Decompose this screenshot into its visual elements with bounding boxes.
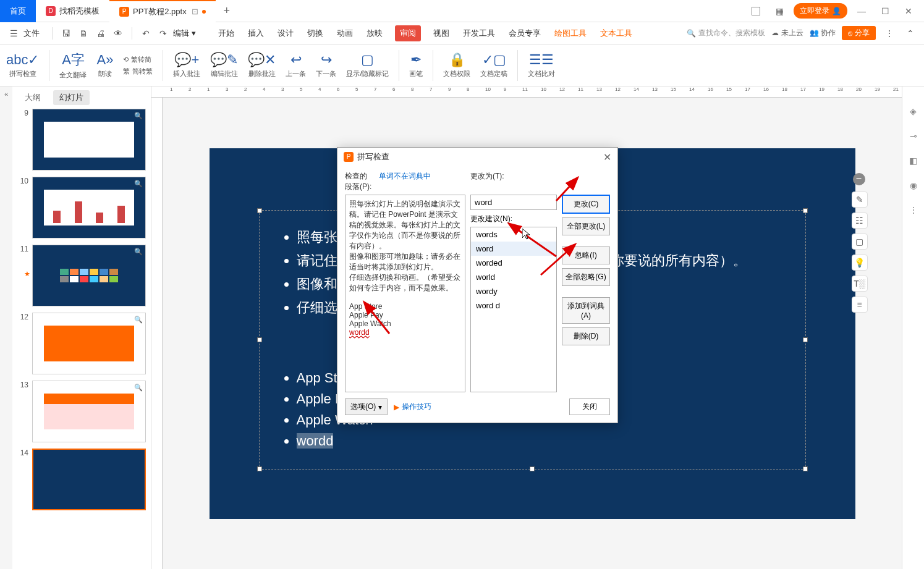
tab-vip[interactable]: 会员专享 <box>507 25 542 41</box>
tab-text[interactable]: 文本工具 <box>599 25 634 41</box>
resize-handle[interactable] <box>257 337 262 342</box>
collapse-ribbon-icon[interactable]: ⌃ <box>903 26 918 41</box>
suggestion-item[interactable]: worded <box>471 256 556 270</box>
compare-button[interactable]: ☰☰ 文档比对 <box>528 52 555 78</box>
file-tab[interactable]: P PPT教程2.pptx ⊡ <box>109 0 216 22</box>
format-tool-icon[interactable]: ☷ <box>852 213 868 229</box>
tab-options-icon[interactable]: ⊡ <box>192 7 198 16</box>
template-icon[interactable]: ◧ <box>907 154 920 167</box>
close-window-button[interactable]: ✕ <box>899 2 918 20</box>
tab-slideshow[interactable]: 放映 <box>365 25 384 41</box>
align-tool-icon[interactable]: ≡ <box>852 297 868 313</box>
print-icon[interactable]: 🖨 <box>93 26 108 41</box>
close-dialog-button[interactable]: 关闭 <box>569 398 610 415</box>
prev-comment-button[interactable]: ↩ 上一条 <box>286 52 306 78</box>
preview-icon[interactable]: 👁 <box>111 26 125 41</box>
trad-to-simp-button[interactable]: ⟲繁转简 <box>123 55 153 64</box>
ignore-all-button[interactable]: 全部忽略(G) <box>562 268 610 286</box>
dialog-titlebar[interactable]: P 拼写检查 ✕ <box>337 148 617 166</box>
edit-tool-icon[interactable]: ✎ <box>852 192 868 208</box>
translate-button[interactable]: A字 全文翻译 <box>59 51 87 80</box>
zoom-icon[interactable]: 🔍 <box>134 180 143 188</box>
pen-button[interactable]: ✒ 画笔 <box>409 52 423 78</box>
edit-comment-button[interactable]: 💬✎ 编辑批注 <box>210 52 238 78</box>
saveas-icon[interactable]: 🗎 <box>76 26 91 41</box>
resize-handle[interactable] <box>803 208 808 213</box>
login-button[interactable]: 立即登录 👤 <box>794 3 847 19</box>
redo-icon[interactable]: ↷ <box>156 26 171 41</box>
search-box[interactable]: 🔍 查找命令、搜索模板 <box>687 28 765 38</box>
maximize-button[interactable]: ☐ <box>876 2 894 20</box>
apps-icon[interactable]: ▦ <box>770 2 789 20</box>
resize-handle[interactable] <box>803 466 808 471</box>
change-button[interactable]: 更改(C) <box>562 195 610 214</box>
new-tab-button[interactable]: + <box>216 4 238 17</box>
simp-to-trad-button[interactable]: 繁简转繁 <box>123 67 153 76</box>
template-tab[interactable]: D 找稻壳模板 <box>36 0 109 22</box>
suggestion-item[interactable]: words <box>471 227 556 242</box>
cloud-status[interactable]: ☁ 未上云 <box>771 28 803 38</box>
tab-dev[interactable]: 开发工具 <box>462 25 496 41</box>
slide-thumbnail[interactable]: ★🔍 <box>32 245 146 306</box>
slide-thumbnail[interactable]: 🔍 <box>32 313 146 374</box>
suggestion-item[interactable]: wordy <box>471 284 556 298</box>
tab-insert[interactable]: 插入 <box>247 25 265 41</box>
undo-icon[interactable]: ↶ <box>138 26 153 41</box>
delete-comment-button[interactable]: 💬✕ 删除批注 <box>248 52 276 78</box>
save-icon[interactable]: 🖫 <box>59 26 74 41</box>
layout-tool-icon[interactable]: ▢ <box>852 234 868 250</box>
help-icon[interactable]: ◉ <box>907 179 920 192</box>
settings-icon[interactable]: ⊸ <box>907 130 920 142</box>
share-button[interactable]: ⎋分享 <box>842 26 876 40</box>
change-all-button[interactable]: 全部更改(L) <box>562 217 610 235</box>
collapse-panel-button[interactable]: « <box>0 86 12 569</box>
slides-tab[interactable]: 幻灯片 <box>53 90 90 105</box>
slide-thumbnail[interactable]: 🔍 <box>32 177 146 238</box>
next-comment-button[interactable]: ↪ 下一条 <box>316 52 336 78</box>
change-to-input[interactable] <box>470 195 557 210</box>
add-to-dict-button[interactable]: 添加到词典(A) <box>562 297 610 324</box>
minimize-button[interactable]: — <box>852 2 871 20</box>
horizontal-ruler[interactable]: 1213243546576879810911101211131214131514… <box>151 86 902 98</box>
delete-button[interactable]: 删除(D) <box>562 327 610 345</box>
more-icon[interactable]: ⋮ <box>907 204 920 216</box>
tips-link[interactable]: ▶操作技巧 <box>394 402 431 412</box>
hamburger-icon[interactable]: ☰ <box>6 26 21 41</box>
options-button[interactable]: 选项(O) ▾ <box>345 398 388 415</box>
permission-button[interactable]: 🔒 文档权限 <box>443 52 470 78</box>
spellcheck-button[interactable]: abc✓ 拼写检查 <box>6 52 39 78</box>
resize-handle[interactable] <box>530 466 535 471</box>
zoom-icon[interactable]: 🔍 <box>134 248 143 256</box>
suggestions-list[interactable]: words word worded world wordy word d <box>470 227 557 392</box>
slide-thumbnail-selected[interactable] <box>32 449 146 510</box>
text-tool-icon[interactable]: T░ <box>852 276 868 292</box>
ignore-button[interactable]: 忽略(I) <box>562 247 610 264</box>
tab-view[interactable]: 视图 <box>432 25 451 41</box>
tab-design[interactable]: 设计 <box>276 25 295 41</box>
suggestion-item[interactable]: word d <box>471 298 556 313</box>
suggestion-item[interactable]: world <box>471 270 556 284</box>
tab-animation[interactable]: 动画 <box>336 25 354 41</box>
read-button[interactable]: A» 朗读 <box>96 52 113 78</box>
outline-tab[interactable]: 大纲 <box>19 90 47 105</box>
thumbnail-list[interactable]: 9🔍 10🔍 11★🔍 12🔍 13🔍 14 <box>12 109 151 569</box>
edit-menu[interactable]: 编辑 ▾ <box>173 28 196 39</box>
resize-handle[interactable] <box>257 466 262 471</box>
insert-comment-button[interactable]: 💬+ 插入批注 <box>173 52 200 78</box>
layout-icon[interactable] <box>747 2 765 20</box>
show-markup-button[interactable]: ▢ 显示/隐藏标记 <box>346 52 389 78</box>
dialog-close-button[interactable]: ✕ <box>603 151 611 163</box>
paragraph-textbox[interactable]: 照每张幻灯片上的说明创建演示文稿。请记住 PowerPoint 是演示文稿的视觉… <box>345 195 465 392</box>
tab-drawing[interactable]: 绘图工具 <box>553 25 588 41</box>
suggestion-item[interactable]: word <box>471 242 556 256</box>
resize-handle[interactable] <box>257 208 262 213</box>
tab-start[interactable]: 开始 <box>217 25 235 41</box>
finalize-button[interactable]: ✓▢ 文档定稿 <box>480 52 507 78</box>
file-menu[interactable]: 文件 <box>23 28 40 39</box>
zoom-icon[interactable]: 🔍 <box>134 384 143 392</box>
slide-thumbnail[interactable]: 🔍 <box>32 109 146 171</box>
vertical-ruler[interactable] <box>151 98 163 569</box>
collab-button[interactable]: 👥 协作 <box>810 28 836 38</box>
tab-review[interactable]: 审阅 <box>395 25 421 41</box>
resize-handle[interactable] <box>803 337 808 342</box>
